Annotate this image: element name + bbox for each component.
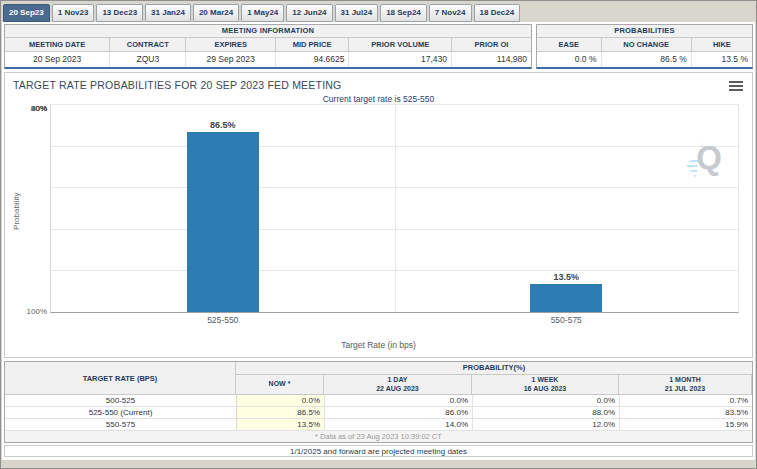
prior-oi-header: PRIOR OI [452,38,531,51]
plot-area: 100% 80% 60% 40% 20% 0% 86.5% 13.5% 525-… [50,104,739,313]
probabilities-panel: PROBABILITIES EASE NO CHANGE HIKE 0.0 % … [536,24,753,69]
tab-20mar24[interactable]: 20 Mar24 [193,4,239,22]
contract-value: ZQU3 [110,52,186,67]
meeting-information-panel: MEETING INFORMATION MEETING DATE CONTRAC… [4,24,532,69]
expires-value: 29 Sep 2023 [186,52,275,67]
bar-slot-550-575: 13.5% [395,104,739,312]
now-prob-cell: 0.0% [236,395,324,407]
chart-subtitle: Current target rate is 525-550 [5,94,752,104]
prior-volume-header: PRIOR VOLUME [349,38,452,51]
month-prob-cell: 83.5% [619,407,752,419]
day-prob-cell: 14.0% [324,419,472,431]
main-content: MEETING INFORMATION MEETING DATE CONTRAC… [2,22,755,460]
quikstrike-watermark-logo: Q [674,138,722,180]
target-rate-bps-header: TARGET RATE (BPS) [5,362,236,395]
target-rate-cell: 500-525 [5,395,236,407]
probabilities-title: PROBABILITIES [537,25,752,38]
day-prob-cell: 0.0% [324,395,472,407]
tab-31jul24[interactable]: 31 Jul24 [335,4,379,22]
ease-value: 0.0 % [537,52,602,67]
meeting-tab-bar: 20 Sep23 1 Nov23 13 Dec23 31 Jan24 20 Ma… [1,1,756,22]
chart-title: TARGET RATE PROBABILITIES FOR 20 SEP 202… [13,79,341,91]
contract-header: CONTRACT [110,38,186,51]
one-week-column-header: 1 WEEK16 AUG 2023 [472,375,619,395]
probability-bar-550-575[interactable] [530,284,602,312]
probability-group-header: PROBABILITY(%) [236,362,752,375]
info-row: MEETING INFORMATION MEETING DATE CONTRAC… [4,24,753,69]
month-prob-cell: 15.9% [619,419,752,431]
tab-20sep23[interactable]: 20 Sep23 [3,4,50,22]
projected-dates-note: 1/1/2025 and forward are projected meeti… [4,445,753,457]
bar-value-label: 13.5% [553,272,579,282]
hamburger-menu-icon[interactable] [729,81,743,93]
fedwatch-page: 20 Sep23 1 Nov23 13 Dec23 31 Jan24 20 Ma… [0,0,757,469]
probability-history-table: TARGET RATE (BPS) PROBABILITY(%) NOW * 1… [4,361,753,443]
week-prob-cell: 0.0% [472,395,619,407]
mid-price-value: 94.6625 [276,52,350,67]
tab-1nov23[interactable]: 1 Nov23 [52,4,95,22]
y-tick: 100% [9,307,47,316]
data-as-of-footnote: * Data as of 23 Aug 2023 10:39:02 CT [5,431,752,442]
bar-value-label: 86.5% [210,120,236,130]
tab-18dec24[interactable]: 18 Dec24 [474,4,521,22]
meeting-date-value: 20 Sep 2023 [5,52,110,67]
tab-13dec23[interactable]: 13 Dec23 [96,4,143,22]
hike-value: 13.5 % [692,52,752,67]
prior-volume-value: 17,430 [349,52,452,67]
week-prob-cell: 12.0% [472,419,619,431]
y-tick: 0% [9,104,47,113]
tab-1may24[interactable]: 1 May24 [241,4,284,22]
target-rate-cell: 525-550 (Current) [5,407,236,419]
meeting-info-headers: MEETING DATE CONTRACT EXPIRES MID PRICE … [5,38,531,52]
x-category-label: 550-575 [395,315,739,325]
meeting-information-title: MEETING INFORMATION [5,25,531,38]
probabilities-values: 0.0 % 86.5 % 13.5 % [537,52,752,67]
prior-oi-value: 114,980 [452,52,531,67]
probability-bar-525-550[interactable] [187,132,259,312]
y-axis-title: Probability [12,193,21,230]
now-prob-cell: 13.5% [236,419,324,431]
day-prob-cell: 86.0% [324,407,472,419]
no-change-value: 86.5 % [602,52,692,67]
one-day-column-header: 1 DAY22 AUG 2023 [324,375,472,395]
ease-header: EASE [537,38,602,51]
probabilities-headers: EASE NO CHANGE HIKE [537,38,752,52]
hike-header: HIKE [692,38,752,51]
expires-header: EXPIRES [186,38,275,51]
mid-price-header: MID PRICE [276,38,350,51]
target-rate-cell: 550-575 [5,419,236,431]
tab-18sep24[interactable]: 18 Sep24 [380,4,427,22]
meeting-info-values: 20 Sep 2023 ZQU3 29 Sep 2023 94.6625 17,… [5,52,531,67]
now-prob-cell: 86.5% [236,407,324,419]
x-category-label: 525-550 [51,315,395,325]
tab-31jan24[interactable]: 31 Jan24 [145,4,191,22]
watermark-q-letter: Q [696,138,722,178]
no-change-header: NO CHANGE [602,38,692,51]
x-axis-title: Target Rate (in bps) [5,340,752,350]
tab-12jun24[interactable]: 12 Jun24 [286,4,332,22]
now-column-header: NOW * [236,375,324,395]
one-month-column-header: 1 MONTH21 JUL 2023 [619,375,752,395]
tab-7nov24[interactable]: 7 Nov24 [429,4,472,22]
target-rate-chart: TARGET RATE PROBABILITIES FOR 20 SEP 202… [4,72,753,358]
month-prob-cell: 0.7% [619,395,752,407]
week-prob-cell: 88.0% [472,407,619,419]
meeting-date-header: MEETING DATE [5,38,110,51]
bar-slot-525-550: 86.5% [51,104,395,312]
